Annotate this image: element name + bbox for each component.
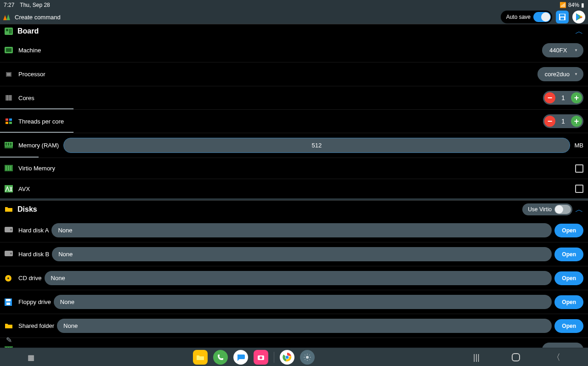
cache-mode-dropdown[interactable]: Default [542, 343, 583, 348]
svg-point-52 [306, 356, 309, 359]
status-date: Thu, Sep 28 [20, 2, 50, 8]
autosave-toggle[interactable] [533, 12, 551, 22]
board-icon [5, 28, 13, 35]
svg-rect-30 [10, 166, 11, 170]
cores-minus[interactable]: − [544, 92, 555, 103]
floppy-label: Floppy drive [18, 298, 51, 305]
hard-disk-a-field[interactable]: None [51, 223, 552, 237]
shared-field[interactable]: None [57, 319, 552, 333]
shared-open[interactable]: Open [554, 319, 583, 333]
svg-rect-42 [6, 347, 7, 348]
shared-label: Shared folder [18, 322, 54, 329]
hard-disk-a-open[interactable]: Open [554, 224, 583, 237]
processor-icon [5, 71, 13, 78]
section-title-board: Board [17, 27, 39, 35]
threads-minus[interactable]: − [544, 116, 555, 127]
svg-rect-18 [6, 118, 8, 121]
avx-icon [5, 185, 13, 192]
svg-rect-20 [6, 122, 8, 124]
section-header-disks[interactable]: Disks Use Virtio ︿ [0, 200, 588, 219]
collapse-board-icon[interactable]: ︿ [575, 27, 583, 35]
threads-plus[interactable]: + [571, 116, 582, 127]
battery-percent: 84% [568, 2, 579, 8]
svg-rect-12 [6, 48, 11, 52]
svg-rect-1 [560, 14, 565, 17]
threads-stepper: − 1 + [543, 114, 583, 128]
avx-checkbox[interactable] [575, 185, 583, 193]
row-floppy: Floppy drive None Open [0, 290, 588, 314]
machine-dropdown[interactable]: 440FX [542, 43, 583, 57]
back-button[interactable]: 〈 [552, 352, 560, 363]
svg-rect-40 [6, 303, 10, 305]
memory-input[interactable] [63, 138, 570, 153]
phone-app-icon[interactable] [213, 350, 228, 365]
floppy-open[interactable]: Open [554, 295, 583, 309]
svg-rect-39 [6, 299, 11, 301]
threads-value: 1 [559, 118, 567, 125]
row-hard-disk-b: Hard disk B None Open [0, 242, 588, 266]
dock-divider [274, 352, 274, 363]
processor-dropdown[interactable]: core2duo [537, 67, 583, 81]
disks-icon [5, 206, 13, 213]
svg-rect-23 [5, 146, 13, 148]
cache-mode-label: Cache mode [18, 346, 52, 348]
svg-rect-14 [7, 73, 11, 76]
svg-point-33 [10, 229, 12, 231]
svg-rect-28 [6, 166, 7, 170]
camera-app-icon[interactable] [254, 350, 268, 365]
machine-icon [5, 47, 13, 54]
row-avx: AVX [0, 179, 588, 200]
settings-app-icon[interactable] [300, 350, 315, 365]
chrome-app-icon[interactable] [280, 350, 294, 365]
edit-icon[interactable]: ✎ [3, 334, 15, 346]
cores-label: Cores [18, 95, 34, 101]
row-cd-drive: CD drive None Open [0, 266, 588, 290]
svg-rect-21 [9, 122, 12, 124]
row-shared: Shared folder None Open [0, 314, 588, 338]
svg-point-37 [7, 277, 9, 279]
row-machine: Machine 440FX [0, 39, 588, 62]
virtio-mem-label: Virtio Memory [18, 165, 55, 172]
recent-apps-button[interactable]: ||| [473, 353, 480, 362]
row-threads: Threads per core − 1 + [0, 110, 588, 133]
memory-unit: MB [575, 142, 584, 149]
cores-stepper: − 1 + [543, 91, 583, 105]
hard-disk-b-open[interactable]: Open [554, 248, 583, 261]
app-drawer-icon[interactable]: ▦ [28, 353, 34, 362]
svg-rect-15 [6, 95, 12, 101]
row-memory: Memory (RAM) MB [0, 133, 588, 158]
virtio-mem-checkbox[interactable] [575, 164, 583, 173]
play-store-icon[interactable] [572, 11, 585, 23]
row-hard-disk-a: Hard disk A None Open [0, 219, 588, 242]
cd-drive-open[interactable]: Open [554, 271, 583, 285]
navigation-dock: ▦ ||| 〈 [0, 349, 588, 366]
create-command-icon [3, 13, 10, 21]
messages-app-icon[interactable] [233, 350, 248, 365]
files-app-icon[interactable] [193, 350, 208, 365]
row-cores: Cores − 1 + [0, 86, 588, 110]
use-virtio-wrap: Use Virtio [522, 203, 572, 215]
collapse-disks-icon[interactable]: ︿ [575, 205, 583, 214]
processor-label: Processor [18, 71, 45, 78]
section-header-board[interactable]: Board ︿ [0, 24, 588, 39]
use-virtio-toggle[interactable] [554, 205, 571, 214]
battery-icon: ▮ [581, 2, 584, 8]
home-button[interactable] [512, 353, 520, 361]
svg-point-51 [285, 355, 289, 359]
cache-icon [5, 346, 13, 348]
svg-point-35 [10, 253, 12, 254]
row-processor: Processor core2duo [0, 62, 588, 86]
row-cache-mode: Cache mode Default [0, 338, 588, 348]
svg-rect-7 [5, 28, 13, 35]
svg-rect-9 [9, 29, 10, 34]
app-toolbar: Create command Auto save [0, 10, 588, 24]
floppy-field[interactable]: None [54, 295, 552, 309]
cores-plus[interactable]: + [571, 92, 582, 103]
virtio-mem-icon [5, 165, 13, 172]
status-bar: 7:27 Thu, Sep 28 📶 84% ▮ [0, 0, 588, 10]
save-button[interactable] [556, 11, 569, 23]
signal-icon: 📶 [560, 2, 566, 8]
cd-drive-field[interactable]: None [45, 271, 552, 285]
hard-disk-b-field[interactable]: None [52, 247, 552, 261]
svg-rect-10 [11, 29, 11, 34]
